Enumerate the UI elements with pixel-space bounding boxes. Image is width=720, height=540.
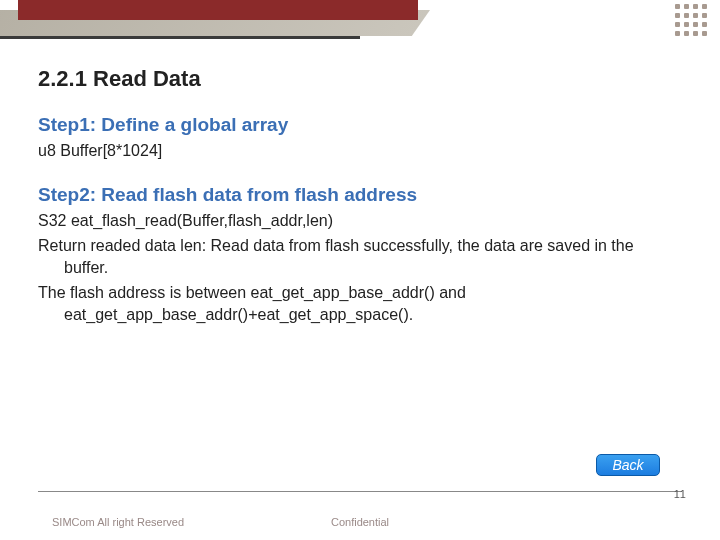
header-underline xyxy=(0,36,360,39)
section-title: 2.2.1 Read Data xyxy=(38,66,682,92)
footer-center-text: Confidential xyxy=(331,516,389,528)
step2-line-2: Return readed data len: Read data from f… xyxy=(38,235,682,278)
step2-heading: Step2: Read flash data from flash addres… xyxy=(38,184,682,206)
header-maroon-bar xyxy=(18,0,418,20)
dot-grid-icon xyxy=(675,4,708,37)
back-button[interactable]: Back xyxy=(596,454,660,476)
step2-line-3: The flash address is between eat_get_app… xyxy=(38,282,682,325)
step1-heading: Step1: Define a global array xyxy=(38,114,682,136)
content-area: 2.2.1 Read Data Step1: Define a global a… xyxy=(0,42,720,326)
footer-rule xyxy=(38,491,682,492)
footer-left-text: SIMCom All right Reserved xyxy=(52,516,184,528)
step2-line-1: S32 eat_flash_read(Buffer,flash_addr,len… xyxy=(38,210,682,232)
page-number: 11 xyxy=(674,488,686,500)
slide-header xyxy=(0,0,720,42)
step1-line: u8 Buffer[8*1024] xyxy=(38,140,682,162)
